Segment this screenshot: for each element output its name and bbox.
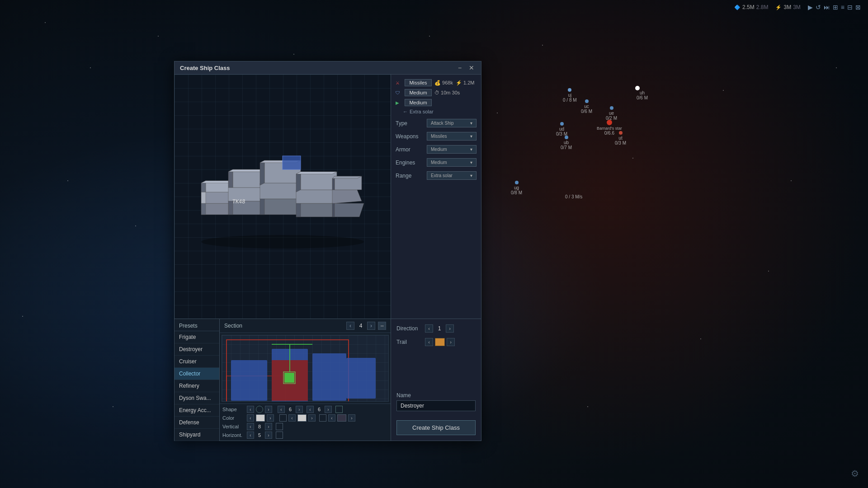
horizontal-val: 5 — [256, 432, 263, 438]
weapons-label: Weapons — [396, 133, 423, 140]
color-prev-btn[interactable]: ‹ — [247, 414, 254, 422]
svg-rect-21 — [283, 156, 301, 169]
preset-energy-acc[interactable]: Energy Acc... — [175, 404, 219, 417]
preset-defense[interactable]: Defense — [175, 417, 219, 429]
engines-stat-badge[interactable]: Medium — [405, 99, 432, 106]
mineral-value: 2.5M — [742, 4, 755, 10]
settings-icon[interactable]: ⚙ — [851, 468, 859, 479]
svg-marker-31 — [332, 190, 362, 203]
vertical-next-btn[interactable]: › — [265, 423, 272, 430]
section-number: 4 — [357, 323, 364, 329]
create-ship-class-button[interactable]: Create Ship Class — [396, 420, 476, 435]
armor-config-row: Armor Medium ▾ — [396, 145, 476, 154]
range-select[interactable]: Extra solar ▾ — [427, 171, 476, 180]
color-swatch-1[interactable] — [256, 414, 265, 422]
color-next-btn[interactable]: › — [267, 414, 274, 422]
shape3-prev-btn[interactable]: ‹ — [307, 406, 314, 413]
horizontal-next-btn[interactable]: › — [265, 432, 272, 439]
section-controls: Shape ‹ › ‹ 6 › ‹ 6 › Color — [220, 404, 391, 441]
weapons-select[interactable]: Missiles ▾ — [427, 132, 476, 141]
map-node-uh: uh 0/6 M — [637, 90, 648, 100]
shape3-next-btn[interactable]: › — [325, 406, 332, 413]
section-collapse-btn[interactable]: − — [378, 322, 386, 330]
trail-color-swatch[interactable] — [435, 338, 445, 346]
dialog-controls: − ✕ — [456, 64, 476, 71]
preset-dyson-swarm[interactable]: Dyson Swa... — [175, 392, 219, 404]
vertical-prev-btn[interactable]: ‹ — [247, 423, 254, 430]
weapons-config-row: Weapons Missiles ▾ — [396, 132, 476, 141]
preset-destroyer[interactable]: Destroyer — [175, 343, 219, 356]
svg-rect-42 — [284, 373, 294, 383]
engines-select[interactable]: Medium ▾ — [427, 158, 476, 167]
preset-cruiser[interactable]: Cruiser — [175, 356, 219, 368]
hud-reset-btn[interactable]: ↺ — [816, 4, 821, 11]
close-button[interactable]: ✕ — [467, 64, 476, 71]
section-next-btn[interactable]: › — [367, 322, 375, 330]
horizontal-prev-btn[interactable]: ‹ — [247, 432, 254, 439]
svg-rect-40 — [346, 358, 376, 399]
hud-grid3-btn[interactable]: ⊠ — [855, 4, 861, 11]
color3-next-btn[interactable]: › — [348, 414, 355, 422]
direction-value: 1 — [435, 325, 444, 332]
energy-icon: ⚡ — [775, 5, 782, 10]
color2-prev-btn[interactable]: ‹ — [288, 414, 296, 422]
shape-square-icon[interactable] — [335, 406, 343, 413]
hud-list-btn[interactable]: ≡ — [841, 4, 844, 11]
svg-marker-17 — [260, 183, 301, 199]
type-label: Type — [396, 120, 423, 127]
trail-next-btn[interactable]: › — [447, 338, 455, 346]
horizontal-square-icon[interactable] — [276, 432, 283, 439]
preset-collector[interactable]: Collector — [175, 368, 219, 380]
direction-nav: ‹ 1 › — [425, 324, 454, 333]
section-grid-canvas — [222, 335, 389, 402]
shape-next-btn[interactable]: › — [265, 406, 272, 413]
energy-suffix: 3M — [793, 4, 801, 10]
shape-val1: 6 — [287, 407, 294, 412]
presets-panel: Presets Frigate Destroyer Cruiser Collec… — [175, 319, 220, 441]
color-check-icon[interactable] — [279, 414, 287, 422]
shape-circle-icon[interactable] — [256, 406, 263, 413]
section-prev-btn[interactable]: ‹ — [346, 322, 354, 330]
color-swatch-3[interactable] — [337, 414, 346, 422]
vertical-square-icon[interactable] — [276, 423, 283, 430]
preset-frigate[interactable]: Frigate — [175, 331, 219, 343]
shape-control-row: Shape ‹ › ‹ 6 › ‹ 6 › — [222, 406, 388, 413]
create-ship-dialog: Create Ship Class − ✕ — [174, 61, 481, 441]
map-node-ub2: ub 0/7 M — [561, 136, 572, 150]
direction-next-btn[interactable]: › — [446, 324, 454, 333]
trail-prev-btn[interactable]: ‹ — [425, 338, 433, 346]
hud-grid1-btn[interactable]: ⊞ — [833, 4, 838, 11]
svg-marker-12 — [228, 169, 233, 188]
name-input[interactable] — [396, 400, 476, 411]
energy-value: 3M — [783, 4, 791, 10]
preset-refinery[interactable]: Refinery — [175, 380, 219, 392]
armor-stat-row: 🛡 Medium ⏱ 10m 30s — [396, 89, 476, 96]
minimize-button[interactable]: − — [456, 64, 464, 71]
color2-next-btn[interactable]: › — [308, 414, 316, 422]
vertical-control-row: Vertical ‹ 8 › — [222, 423, 388, 430]
preset-shipyard[interactable]: Shipyard — [175, 429, 219, 441]
shape-prev-btn[interactable]: ‹ — [247, 406, 254, 413]
hud-skip-btn[interactable]: ⏭ — [824, 4, 830, 11]
armor-stat-badge[interactable]: Medium — [405, 89, 432, 96]
shape2-next-btn[interactable]: › — [296, 406, 303, 413]
color3-prev-btn[interactable]: ‹ — [328, 414, 335, 422]
direction-row: Direction ‹ 1 › — [396, 324, 476, 333]
map-node-ug: ug 0/8 M — [511, 181, 522, 195]
range-extra-solar: ← Extra solar — [403, 109, 476, 114]
weapons-stat-badge[interactable]: Missiles — [405, 79, 432, 86]
horizontal-ctrl-label: Horizont. — [222, 432, 245, 438]
color-swatch-2[interactable] — [297, 414, 307, 422]
shape2-prev-btn[interactable]: ‹ — [278, 406, 285, 413]
engines-label: Engines — [396, 160, 423, 166]
armor-select[interactable]: Medium ▾ — [427, 145, 476, 154]
svg-text:TK48: TK48 — [232, 198, 245, 205]
svg-marker-15 — [260, 199, 301, 215]
top-hud: 🔷 2.5M 2.8M ⚡ 3M 3M ▶ ↺ ⏭ ⊞ ≡ ⊟ ⊠ — [727, 0, 868, 14]
svg-marker-26 — [301, 172, 337, 190]
hud-play-btn[interactable]: ▶ — [808, 4, 813, 11]
direction-prev-btn[interactable]: ‹ — [425, 324, 433, 333]
hud-grid2-btn[interactable]: ⊟ — [847, 4, 853, 11]
type-select[interactable]: Attack Ship ▾ — [427, 119, 476, 127]
color-check-icon-2[interactable] — [319, 414, 326, 422]
